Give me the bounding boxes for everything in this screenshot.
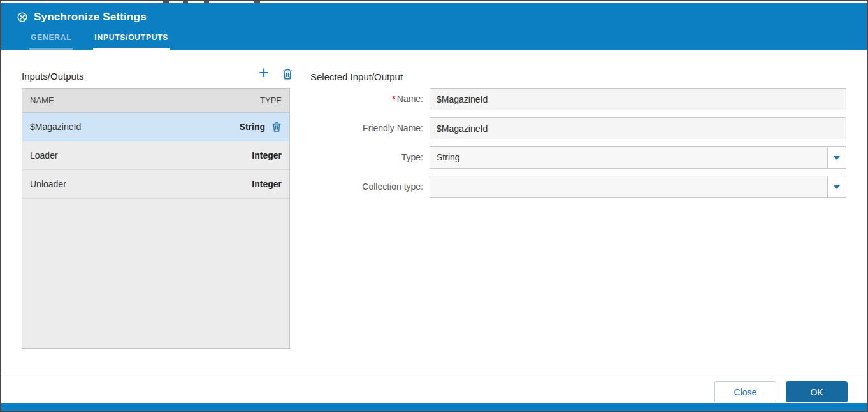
row-name: $MagazineId — [30, 122, 81, 132]
dialog-header: Synchronize Settings GENERAL INPUTS/OUTP… — [1, 3, 867, 50]
collection-type-field-row: Collection type: — [306, 176, 846, 198]
collection-type-select[interactable] — [430, 176, 846, 198]
dialog-bottom-strip — [1, 403, 867, 411]
collection-type-select-value — [430, 176, 827, 197]
footer-divider — [1, 374, 867, 374]
column-header-type: TYPE — [260, 96, 282, 105]
table-header-row: NAME TYPE — [22, 89, 289, 113]
collection-type-select-arrow-button[interactable] — [827, 176, 846, 197]
chevron-down-icon — [834, 185, 840, 189]
row-name: Loader — [30, 150, 58, 160]
row-type: Integer — [252, 150, 282, 160]
chevron-down-icon — [834, 156, 840, 160]
selected-input-output-form: *Name: Friendly Name: Type: String Colle… — [306, 88, 846, 205]
table-row-unloader[interactable]: Unloader Integer — [22, 170, 289, 199]
name-label: *Name: — [306, 88, 430, 110]
selected-input-output-heading: Selected Input/Output — [310, 71, 403, 82]
type-select-value: String — [430, 147, 827, 168]
synchronize-settings-dialog: Synchronize Settings GENERAL INPUTS/OUTP… — [0, 0, 868, 412]
row-delete-icon[interactable] — [271, 122, 282, 132]
friendly-name-field-row: Friendly Name: — [306, 117, 846, 139]
table-row-loader[interactable]: Loader Integer — [22, 141, 289, 170]
close-button[interactable]: Close — [714, 381, 776, 402]
friendly-name-label: Friendly Name: — [306, 117, 430, 139]
type-select-arrow-button[interactable] — [827, 147, 846, 168]
tab-general[interactable]: GENERAL — [29, 29, 73, 50]
row-type: String — [240, 122, 265, 132]
row-type: Integer — [252, 179, 282, 189]
table-row-magazineid[interactable]: $MagazineId String — [22, 113, 289, 141]
delete-input-output-icon[interactable] — [282, 68, 293, 80]
dialog-title: Synchronize Settings — [34, 11, 147, 24]
inputs-outputs-table: NAME TYPE $MagazineId String Load — [22, 88, 290, 349]
ok-button[interactable]: OK — [786, 381, 848, 402]
name-input[interactable] — [430, 88, 846, 110]
type-select[interactable]: String — [430, 146, 846, 169]
type-label: Type: — [306, 146, 430, 169]
row-name: Unloader — [30, 179, 66, 189]
friendly-name-input[interactable] — [430, 117, 846, 139]
name-field-row: *Name: — [306, 88, 846, 110]
tab-bar: GENERAL INPUTS/OUTPUTS — [29, 29, 170, 50]
collection-type-label: Collection type: — [306, 176, 430, 198]
inputs-outputs-heading: Inputs/Outputs — [22, 71, 84, 82]
add-input-output-icon[interactable]: + — [259, 64, 269, 81]
column-header-name: NAME — [30, 96, 54, 105]
synchronize-icon — [17, 11, 28, 23]
type-field-row: Type: String — [306, 146, 846, 169]
footer-button-group: Close OK — [714, 381, 848, 402]
required-marker: * — [392, 94, 395, 104]
tab-inputs-outputs[interactable]: INPUTS/OUTPUTS — [93, 29, 170, 50]
